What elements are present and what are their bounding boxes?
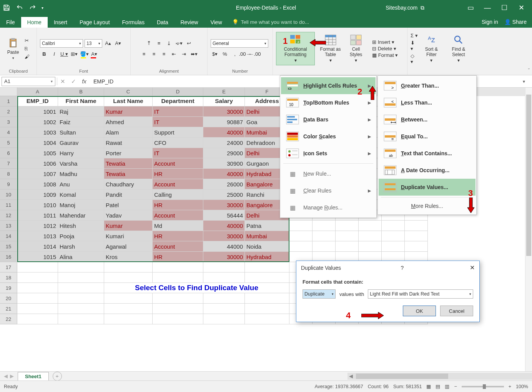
cell[interactable] (289, 221, 313, 231)
cell[interactable]: Alam (104, 127, 153, 138)
row-header[interactable]: 19 (0, 283, 17, 293)
cell[interactable] (245, 314, 289, 324)
tab-data[interactable]: Data (151, 17, 175, 28)
cell[interactable] (58, 304, 104, 314)
cell[interactable]: 29000 (203, 148, 245, 158)
format-cells-button[interactable]: ▦ Format ▾ (372, 52, 398, 58)
cell[interactable] (153, 293, 203, 304)
column-header[interactable]: B (58, 88, 104, 96)
cell[interactable]: Hydrabad (245, 252, 289, 262)
cell[interactable] (153, 314, 203, 324)
cell[interactable]: IT (153, 148, 203, 158)
cell[interactable]: HR (153, 200, 203, 210)
cell[interactable]: CFO (153, 138, 203, 148)
align-center-icon[interactable]: ≡ (150, 50, 158, 58)
italic-button[interactable]: I (50, 50, 58, 58)
cell[interactable]: 26000 (203, 179, 245, 189)
cell-styles-button[interactable]: Cell Styles ▾ (346, 32, 366, 65)
cell[interactable]: Harsh (58, 241, 104, 252)
cell[interactable]: Account (153, 158, 203, 169)
cell[interactable]: HR (153, 252, 203, 262)
row-header[interactable]: 10 (0, 189, 17, 200)
number-format-box[interactable]: General▾ (211, 39, 268, 48)
cell[interactable]: 1014 (17, 241, 58, 252)
increase-indent-icon[interactable]: ⇥ (180, 50, 188, 58)
cell[interactable]: 1012 (17, 221, 58, 231)
minimize-icon[interactable]: — (483, 4, 492, 12)
cell[interactable] (104, 262, 153, 272)
row-header[interactable]: 1 (0, 96, 17, 106)
dialog-ok-button[interactable]: OK (403, 306, 436, 316)
fill-icon[interactable]: ⬇ ▾ (411, 40, 418, 51)
cut-icon[interactable]: ✂ (25, 38, 30, 43)
copy-icon[interactable]: ⎘ (25, 46, 30, 51)
orientation-icon[interactable]: ⤽▾ (175, 39, 183, 48)
qat-customize-icon[interactable]: ▾ (42, 6, 43, 10)
expand-formula-bar-icon[interactable]: ▾ (523, 79, 525, 84)
fill-color-button[interactable]: 🪣▾ (80, 50, 88, 58)
zoom-in-icon[interactable]: + (509, 384, 511, 389)
menu-item-icon-sets[interactable]: Icon Sets▶ (281, 145, 376, 162)
cell[interactable]: Madhu (58, 169, 104, 179)
cell[interactable]: IT (153, 106, 203, 117)
tab-file[interactable]: File (0, 17, 21, 28)
row-header[interactable]: 12 (0, 210, 17, 221)
cell[interactable] (359, 241, 382, 252)
cell[interactable]: Kros (104, 252, 153, 262)
menu-item-data-bars[interactable]: Data Bars▶ (281, 111, 376, 128)
cell[interactable]: EMP_ID (17, 96, 58, 106)
cell[interactable] (203, 314, 245, 324)
cell[interactable] (104, 272, 153, 283)
cell[interactable]: 1011 (17, 210, 58, 221)
menu-item-clear-rules[interactable]: ▦Clear Rules▶ (281, 182, 376, 199)
cell[interactable] (58, 283, 104, 293)
font-name-box[interactable]: Calibri▾ (40, 39, 83, 48)
menu-item-less-than-[interactable]: <Less Than... (379, 94, 475, 111)
row-header[interactable]: 18 (0, 272, 17, 283)
cell[interactable] (58, 314, 104, 324)
align-middle-icon[interactable]: ≡ (155, 39, 163, 48)
cell[interactable] (245, 293, 289, 304)
cell[interactable]: 25000 (203, 189, 245, 200)
zoom-slider[interactable] (462, 386, 504, 387)
menu-item-a-date-occurring-[interactable]: A Date Occurring... (379, 162, 475, 179)
accept-formula-icon[interactable]: ✓ (68, 78, 79, 85)
row-header[interactable]: 5 (0, 138, 17, 148)
decrease-decimal-icon[interactable]: ←.00 (251, 50, 259, 58)
row-header[interactable]: 16 (0, 252, 17, 262)
cell[interactable]: 40000 (203, 127, 245, 138)
zoom-out-icon[interactable]: − (454, 384, 457, 389)
select-all-corner[interactable] (0, 88, 17, 96)
row-header[interactable]: 4 (0, 127, 17, 138)
merge-center-icon[interactable]: ⬌▾ (190, 50, 198, 58)
sheet-nav-prev-icon[interactable]: ◀ (4, 373, 8, 379)
cell[interactable] (104, 314, 153, 324)
cell[interactable]: Patel (104, 200, 153, 210)
column-header[interactable]: E (203, 88, 245, 96)
cell[interactable] (58, 272, 104, 283)
cell[interactable]: Pooja (58, 231, 104, 241)
cell[interactable]: Kumari (104, 231, 153, 241)
cell[interactable]: Varsha (58, 158, 104, 169)
cell[interactable]: 1004 (17, 138, 58, 148)
borders-button[interactable]: ⊞▾ (70, 50, 78, 58)
sheet-tab[interactable]: Sheet1 (18, 372, 49, 380)
cell[interactable] (313, 241, 336, 252)
cell[interactable]: 1005 (17, 148, 58, 158)
dialog-cancel-button[interactable]: Cancel (440, 306, 473, 316)
close-icon[interactable]: ✕ (517, 3, 526, 12)
format-painter-icon[interactable]: 🖌 (25, 54, 30, 60)
cell[interactable]: Select Cells to Find Duplicate Value (104, 283, 289, 293)
cell[interactable] (17, 314, 58, 324)
sheet-nav-next-icon[interactable]: ▶ (10, 373, 14, 379)
cell[interactable] (289, 241, 313, 252)
sort-filter-button[interactable]: ᴬz Sort & Filter ▾ (419, 32, 444, 65)
cell[interactable]: Department (153, 96, 203, 106)
cell[interactable] (203, 304, 245, 314)
maximize-icon[interactable]: ☐ (500, 3, 509, 12)
cell[interactable]: 1007 (17, 169, 58, 179)
row-header[interactable]: 3 (0, 117, 17, 127)
view-page-layout-icon[interactable]: ▤ (436, 384, 440, 389)
row-header[interactable]: 9 (0, 179, 17, 189)
cell[interactable]: 40000 (203, 221, 245, 231)
